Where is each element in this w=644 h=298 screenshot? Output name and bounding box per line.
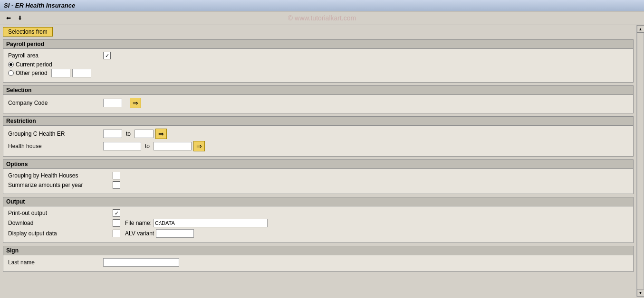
- current-period-radio-row: Current period: [8, 61, 91, 68]
- forward-icon[interactable]: ⬇: [15, 13, 25, 23]
- sign-section: Sign Last name: [3, 246, 634, 272]
- grouping-nav-btn[interactable]: ⇒: [155, 129, 167, 139]
- health-house-label: Health house: [8, 143, 103, 149]
- payroll-period-header: Payroll period: [3, 40, 633, 49]
- watermark: © www.tutorialkart.com: [288, 14, 356, 22]
- sign-header: Sign: [3, 246, 633, 255]
- payroll-area-checkbox[interactable]: ✓: [103, 52, 111, 59]
- current-period-label: Current period: [16, 61, 52, 68]
- health-house-nav-btn[interactable]: ⇒: [193, 141, 205, 151]
- summarize-row: Summarize amounts per year: [8, 181, 628, 189]
- payroll-area-label: Payroll area: [8, 52, 103, 59]
- grouping-input-to[interactable]: [135, 130, 154, 138]
- scrollbar[interactable]: ▲ ▼: [636, 25, 644, 297]
- other-period-label: Other period: [16, 70, 48, 76]
- other-period-radio-row: Other period: [8, 69, 91, 77]
- toolbar: ⬅ ⬇ © www.tutorialkart.com: [0, 11, 644, 25]
- grouping-to-label: to: [126, 130, 131, 137]
- health-house-row: Health house to ⇒: [8, 141, 628, 151]
- current-period-radio[interactable]: [8, 62, 14, 67]
- company-code-nav-btn[interactable]: ⇒: [130, 98, 141, 108]
- scroll-down-btn[interactable]: ▼: [637, 289, 644, 297]
- content-area: Selections from Payroll period Payroll a…: [0, 25, 636, 297]
- last-name-input[interactable]: [103, 258, 179, 267]
- grouping-by-row: Grouping by Health Houses: [8, 172, 628, 179]
- selections-from-button[interactable]: Selections from: [3, 27, 53, 37]
- download-row: Download File name:: [8, 219, 628, 227]
- download-checkbox[interactable]: [113, 219, 120, 227]
- display-output-checkbox[interactable]: [113, 230, 120, 237]
- other-period-radio[interactable]: [8, 70, 14, 76]
- options-header: Options: [3, 160, 633, 169]
- other-period-input1[interactable]: [51, 69, 70, 77]
- download-label: Download: [8, 220, 113, 226]
- company-code-input[interactable]: [103, 99, 122, 107]
- grouping-input-from[interactable]: [103, 130, 122, 138]
- grouping-by-label: Grouping by Health Houses: [8, 172, 113, 179]
- summarize-label: Summarize amounts per year: [8, 182, 113, 188]
- app-title: SI - ER Health Insurance: [4, 2, 75, 9]
- grouping-by-checkbox[interactable]: [113, 172, 120, 179]
- title-bar: SI - ER Health Insurance: [0, 0, 644, 11]
- display-output-row: Display output data ALV variant: [8, 229, 628, 238]
- selection-section: Selection Company Code ⇒: [3, 85, 634, 113]
- display-output-label: Display output data: [8, 230, 113, 237]
- back-icon[interactable]: ⬅: [4, 13, 13, 23]
- company-code-row: Company Code ⇒: [8, 98, 628, 108]
- health-house-input-from[interactable]: [103, 142, 141, 150]
- print-out-label: Print-out output: [8, 210, 113, 216]
- last-name-label: Last name: [8, 259, 103, 266]
- restriction-header: Restriction: [3, 117, 633, 126]
- print-out-checkbox[interactable]: ✓: [113, 209, 120, 217]
- restriction-section: Restriction Grouping C Health ER to ⇒ He…: [3, 116, 634, 157]
- health-house-input-to[interactable]: [154, 142, 192, 150]
- output-section: Output Print-out output ✓ Download File …: [3, 197, 634, 243]
- payroll-period-section: Payroll period Payroll area ✓ Current pe…: [3, 39, 634, 83]
- selection-header: Selection: [3, 86, 633, 95]
- last-name-row: Last name: [8, 258, 628, 267]
- grouping-row: Grouping C Health ER to ⇒: [8, 129, 628, 139]
- company-code-label: Company Code: [8, 100, 103, 106]
- grouping-label: Grouping C Health ER: [8, 130, 103, 137]
- health-house-to-label: to: [145, 143, 150, 149]
- print-out-row: Print-out output ✓: [8, 209, 628, 217]
- current-period-row: Current period Other period: [8, 61, 628, 77]
- file-name-input[interactable]: [154, 219, 268, 227]
- alv-variant-input[interactable]: [156, 229, 194, 238]
- other-period-input2[interactable]: [72, 69, 91, 77]
- summarize-checkbox[interactable]: [113, 181, 120, 189]
- scroll-up-btn[interactable]: ▲: [637, 25, 644, 33]
- output-header: Output: [3, 197, 633, 206]
- payroll-area-row: Payroll area ✓: [8, 52, 628, 59]
- alv-variant-label: ALV variant: [125, 230, 154, 237]
- file-name-label: File name:: [125, 220, 152, 226]
- options-section: Options Grouping by Health Houses Summar…: [3, 159, 634, 194]
